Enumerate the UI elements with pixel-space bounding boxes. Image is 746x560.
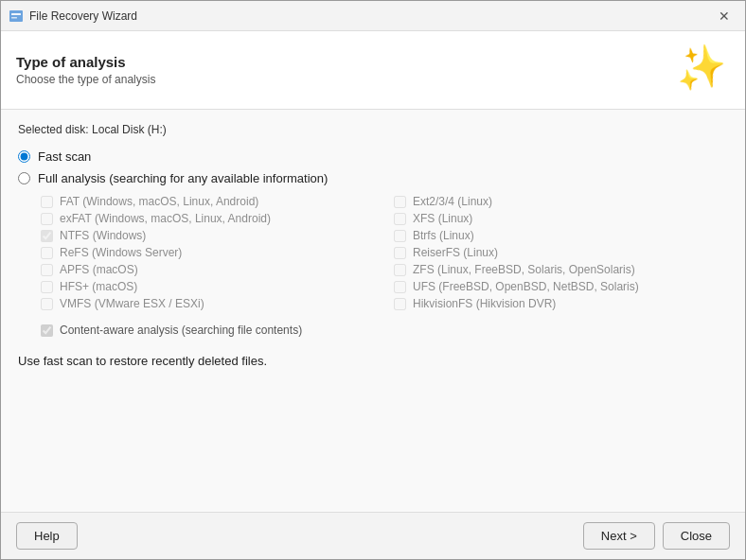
filesystem-grid: FAT (Windows, macOS, Linux, Android) Ext…	[41, 195, 728, 310]
footer: Help Next > Close	[1, 512, 745, 559]
svg-rect-0	[9, 10, 23, 22]
svg-rect-1	[11, 13, 21, 15]
checkbox-ufs[interactable]: UFS (FreeBSD, OpenBSD, NetBSD, Solaris)	[394, 280, 728, 293]
checkbox-hikvision[interactable]: HikvisionFS (Hikvision DVR)	[394, 297, 728, 310]
magic-icon: ✨	[671, 39, 731, 96]
fast-scan-note: Use fast scan to restore recently delete…	[18, 354, 728, 368]
content-aware-label: Content-aware analysis (searching file c…	[60, 324, 302, 337]
checkbox-vmfs[interactable]: VMFS (VMware ESX / ESXi)	[41, 297, 375, 310]
header-section: Type of analysis Choose the type of anal…	[1, 31, 745, 110]
close-icon[interactable]: ✕	[711, 3, 737, 29]
wizard-window: File Recovery Wizard ✕ Type of analysis …	[0, 0, 746, 560]
svg-rect-2	[11, 17, 17, 19]
full-analysis-label: Full analysis (searching for any availab…	[38, 171, 328, 185]
page-subtitle: Choose the type of analysis	[16, 73, 155, 86]
checkbox-hfsplus[interactable]: HFS+ (macOS)	[41, 280, 375, 293]
app-icon	[9, 9, 24, 24]
next-button[interactable]: Next >	[583, 522, 655, 550]
content-area: Selected disk: Local Disk (H:) Fast scan…	[1, 110, 745, 512]
checkbox-refs[interactable]: ReFS (Windows Server)	[41, 246, 375, 259]
footer-right-buttons: Next > Close	[583, 522, 730, 550]
page-title: Type of analysis	[16, 54, 155, 70]
help-button[interactable]: Help	[16, 522, 78, 550]
checkbox-ntfs[interactable]: NTFS (Windows)	[41, 229, 375, 242]
checkbox-btrfs[interactable]: Btrfs (Linux)	[394, 229, 728, 242]
full-analysis-option[interactable]: Full analysis (searching for any availab…	[18, 171, 728, 185]
checkbox-fat[interactable]: FAT (Windows, macOS, Linux, Android)	[41, 195, 375, 208]
selected-disk-label: Selected disk: Local Disk (H:)	[18, 123, 728, 136]
checkbox-zfs[interactable]: ZFS (Linux, FreeBSD, Solaris, OpenSolari…	[394, 263, 728, 276]
header-text: Type of analysis Choose the type of anal…	[16, 54, 155, 86]
fast-scan-option[interactable]: Fast scan	[18, 149, 728, 164]
content-aware-checkbox[interactable]	[41, 324, 53, 337]
checkbox-exfat[interactable]: exFAT (Windows, macOS, Linux, Android)	[41, 212, 375, 225]
full-analysis-radio[interactable]	[18, 172, 30, 184]
window-title: File Recovery Wizard	[29, 9, 711, 23]
titlebar: File Recovery Wizard ✕	[1, 1, 745, 31]
close-button[interactable]: Close	[663, 522, 730, 550]
fast-scan-label: Fast scan	[38, 149, 91, 164]
checkbox-xfs[interactable]: XFS (Linux)	[394, 212, 728, 225]
content-aware-option[interactable]: Content-aware analysis (searching file c…	[41, 324, 728, 337]
wizard-icon: ✨	[675, 43, 730, 97]
checkbox-apfs[interactable]: APFS (macOS)	[41, 263, 375, 276]
checkbox-ext[interactable]: Ext2/3/4 (Linux)	[394, 195, 728, 208]
checkbox-reiserfs[interactable]: ReiserFS (Linux)	[394, 246, 728, 259]
fast-scan-radio[interactable]	[18, 150, 30, 163]
